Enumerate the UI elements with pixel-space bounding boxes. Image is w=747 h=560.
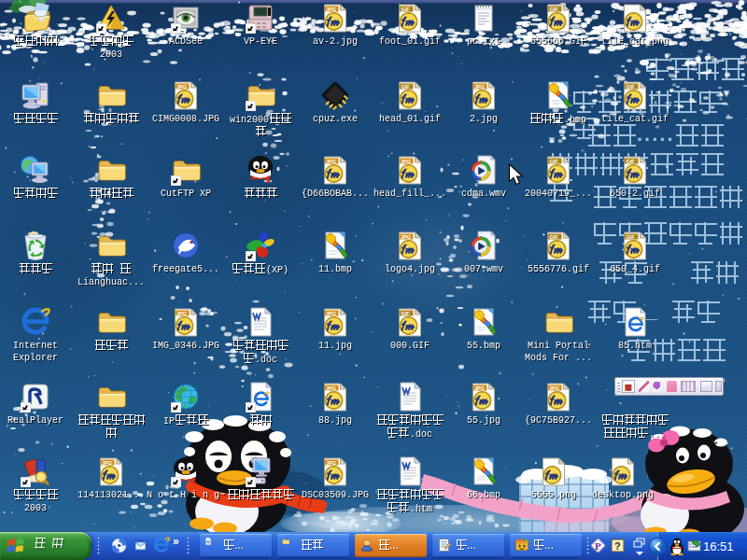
svg-text:?: ? bbox=[614, 540, 621, 552]
svg-text:P: P bbox=[595, 540, 601, 552]
